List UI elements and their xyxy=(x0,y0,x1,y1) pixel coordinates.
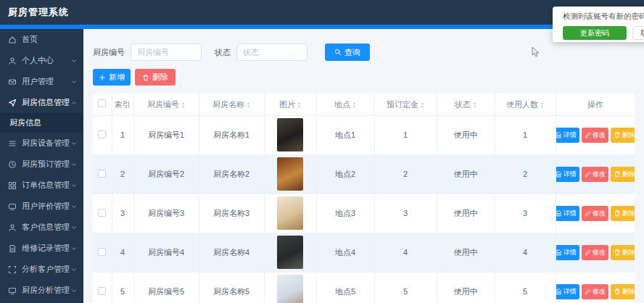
sort-icon[interactable]: ▲▼ xyxy=(473,101,476,109)
row-detail-button[interactable]: 详情 xyxy=(556,128,579,143)
sidebar-item-1[interactable]: 个人中心 xyxy=(0,50,83,71)
row-trash-button[interactable]: 删除 xyxy=(611,284,635,299)
edit-icon xyxy=(585,210,591,217)
row-detail-button[interactable]: 详情 xyxy=(556,284,579,299)
sidebar-item-2[interactable]: 用户管理 xyxy=(0,71,83,92)
column-header-0: 索引 xyxy=(112,94,133,115)
trash-icon xyxy=(614,170,621,178)
column-header-label: 预订定金 xyxy=(387,100,418,109)
column-header-3[interactable]: 图片▲▼ xyxy=(264,94,316,115)
row-checkbox[interactable] xyxy=(98,130,106,138)
trash-icon xyxy=(614,288,621,295)
cell-kitchen-name: 厨房名称4 xyxy=(199,233,264,272)
sidebar-item-3[interactable]: 厨房信息管理 xyxy=(0,92,83,113)
column-header-7[interactable]: 使用人数▲▼ xyxy=(495,94,556,115)
sidebar-item-9[interactable]: 维修记录管理 xyxy=(0,238,83,259)
sidebar-item-5[interactable]: 厨房预订管理 xyxy=(0,154,83,175)
sidebar-item-label: 个人中心 xyxy=(22,55,70,66)
sidebar-item-8[interactable]: 客户信息管理 xyxy=(0,217,83,238)
column-header-label: 地点 xyxy=(334,100,350,109)
monitor-icon xyxy=(8,202,17,211)
sidebar-item-7[interactable]: 用户评价管理 xyxy=(0,196,83,217)
kitchen-image xyxy=(277,118,303,152)
row-edit-button[interactable]: 修改 xyxy=(582,206,608,221)
cell-deposit: 4 xyxy=(374,233,437,272)
sidebar-item-4[interactable]: 厨房设备管理 xyxy=(0,133,83,154)
row-checkbox[interactable] xyxy=(98,209,106,217)
update-password-button[interactable]: 更新密码 xyxy=(563,26,627,40)
row-edit-button[interactable]: 修改 xyxy=(582,245,608,260)
column-header-1[interactable]: 厨房编号▲▼ xyxy=(133,94,199,115)
row-detail-button[interactable]: 详情 xyxy=(556,167,579,182)
row-detail-button[interactable]: 详情 xyxy=(556,206,579,221)
row-checkbox[interactable] xyxy=(98,170,106,178)
cell-users: 4 xyxy=(495,233,556,272)
cell-deposit: 5 xyxy=(374,272,437,303)
sidebar-item-11[interactable]: 厨房分析管理 xyxy=(0,280,83,301)
sidebar-submenu: 厨房信息 xyxy=(0,113,83,133)
cell-deposit: 1 xyxy=(374,115,437,154)
row-trash-button[interactable]: 删除 xyxy=(611,167,635,182)
sidebar-item-label: 维修记录管理 xyxy=(22,243,70,254)
column-header-2[interactable]: 厨房名称▲▼ xyxy=(199,94,264,115)
sort-icon[interactable]: ▲▼ xyxy=(181,101,185,109)
row-trash-button[interactable]: 删除 xyxy=(611,128,635,143)
sidebar-item-0[interactable]: 首页 xyxy=(0,29,83,50)
row-edit-button[interactable]: 修改 xyxy=(582,128,608,143)
cell-kitchen-name: 厨房名称3 xyxy=(199,194,264,233)
row-edit-button[interactable]: 修改 xyxy=(582,284,608,299)
delete-button-label: 删除 xyxy=(152,72,168,83)
scan-icon xyxy=(8,265,17,274)
home-icon xyxy=(8,36,17,44)
table-row: 5厨房编号5厨房名称5地点55使用中5详情修改删除 xyxy=(93,272,635,303)
column-header-label: 使用人数 xyxy=(506,100,538,109)
chevron-down-icon xyxy=(70,78,78,86)
delete-button[interactable]: 删除 xyxy=(135,69,176,86)
cell-location: 地点3 xyxy=(316,194,374,233)
column-header-6[interactable]: 状态▲▼ xyxy=(437,94,495,115)
sidebar-item-10[interactable]: 分析客户管理 xyxy=(0,259,83,280)
status-input[interactable] xyxy=(236,43,307,61)
row-detail-button[interactable]: 详情 xyxy=(556,245,579,260)
column-header-label: 厨房编号 xyxy=(147,100,179,109)
sort-icon[interactable]: ▲▼ xyxy=(297,101,301,109)
column-header-label: 索引 xyxy=(115,100,131,109)
cell-status: 使用中 xyxy=(437,194,495,233)
row-trash-button[interactable]: 删除 xyxy=(611,206,635,221)
detail-icon xyxy=(556,132,562,138)
accent-strip xyxy=(0,25,644,29)
row-edit-button[interactable]: 修改 xyxy=(582,167,608,182)
select-all-checkbox[interactable] xyxy=(98,99,106,107)
column-header-label: 状态 xyxy=(455,100,471,109)
sort-icon[interactable]: ▲▼ xyxy=(352,101,356,109)
sort-icon[interactable]: ▲▼ xyxy=(247,101,250,109)
cell-location: 地点5 xyxy=(316,272,374,303)
add-button[interactable]: 新增 xyxy=(93,69,131,86)
sidebar-item-6[interactable]: 订单信息管理 xyxy=(0,175,83,196)
main-content: 厨房编号 状态 查询 新增 删除 索引厨房编号▲▼厨房名称▲▼ xyxy=(83,29,644,303)
cell-location: 地点2 xyxy=(316,154,374,194)
row-checkbox[interactable] xyxy=(98,248,106,256)
row-checkbox[interactable] xyxy=(98,287,106,295)
column-header-4[interactable]: 地点▲▼ xyxy=(316,94,374,115)
sidebar-item-label: 厨房信息管理 xyxy=(22,97,70,108)
chevron-down-icon xyxy=(70,287,78,294)
cell-kitchen-no: 厨房编号5 xyxy=(133,272,199,303)
sidebar-item-label: 分析客户管理 xyxy=(22,264,70,275)
cancel-update-password-button[interactable]: 取消更新密码 xyxy=(632,26,644,40)
cell-status: 使用中 xyxy=(437,115,495,154)
column-header-5[interactable]: 预订定金▲▼ xyxy=(374,94,437,115)
sort-icon[interactable]: ▲▼ xyxy=(540,101,544,109)
kitchen-no-label: 厨房编号 xyxy=(93,47,125,58)
kitchen-no-input[interactable] xyxy=(131,43,202,61)
list-icon xyxy=(8,139,17,148)
column-header-label: 图片 xyxy=(279,100,295,109)
row-trash-button[interactable]: 删除 xyxy=(611,245,635,260)
sidebar-subitem[interactable]: 厨房信息 xyxy=(0,113,83,133)
sort-icon[interactable]: ▲▼ xyxy=(421,101,424,109)
chevron-down-icon xyxy=(70,266,78,273)
search-bar: 厨房编号 状态 查询 xyxy=(93,43,635,61)
detail-icon xyxy=(556,289,562,295)
query-button[interactable]: 查询 xyxy=(325,43,370,61)
kitchen-table: 索引厨房编号▲▼厨房名称▲▼图片▲▼地点▲▼预订定金▲▼状态▲▼使用人数▲▼操作… xyxy=(93,94,635,303)
